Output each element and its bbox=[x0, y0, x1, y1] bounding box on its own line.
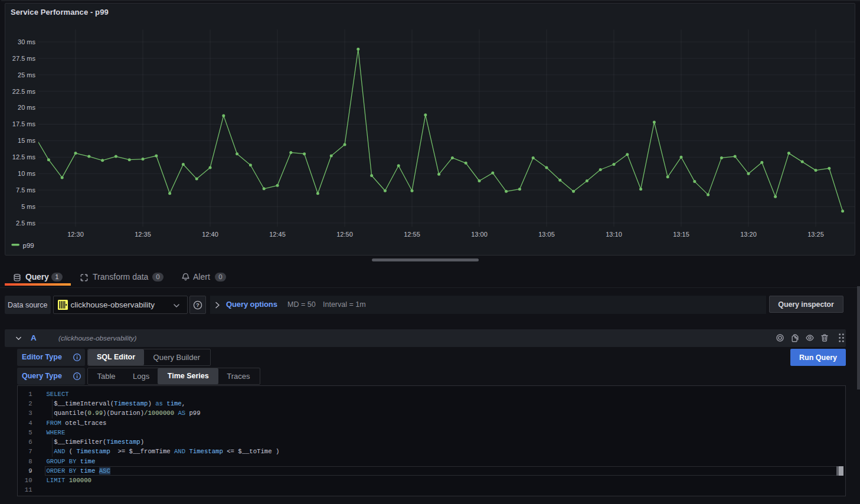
svg-text:20 ms: 20 ms bbox=[18, 104, 35, 111]
svg-text:5 ms: 5 ms bbox=[21, 203, 35, 210]
svg-text:12:40: 12:40 bbox=[202, 231, 218, 238]
svg-text:30 ms: 30 ms bbox=[18, 38, 35, 45]
svg-text:12.5 ms: 12.5 ms bbox=[12, 153, 36, 161]
svg-text:?: ? bbox=[196, 302, 200, 308]
svg-text:12:50: 12:50 bbox=[336, 231, 353, 238]
svg-text:13:20: 13:20 bbox=[740, 231, 757, 238]
svg-text:12:55: 12:55 bbox=[404, 231, 420, 238]
svg-text:25 ms: 25 ms bbox=[18, 71, 35, 78]
svg-text:12:35: 12:35 bbox=[135, 231, 151, 238]
svg-text:17.5 ms: 17.5 ms bbox=[12, 120, 36, 127]
svg-text:13:25: 13:25 bbox=[807, 231, 824, 238]
svg-text:27.5 ms: 27.5 ms bbox=[12, 55, 36, 62]
svg-text:13:15: 13:15 bbox=[673, 231, 689, 238]
svg-text:13:05: 13:05 bbox=[538, 231, 555, 238]
svg-text:15 ms: 15 ms bbox=[18, 137, 35, 144]
svg-text:2.5 ms: 2.5 ms bbox=[16, 220, 36, 227]
svg-text:22.5 ms: 22.5 ms bbox=[12, 88, 36, 95]
svg-text:12:45: 12:45 bbox=[269, 231, 286, 238]
svg-text:12:30: 12:30 bbox=[67, 231, 84, 238]
svg-text:13:00: 13:00 bbox=[471, 231, 488, 238]
svg-text:7.5 ms: 7.5 ms bbox=[16, 186, 36, 194]
svg-text:p99: p99 bbox=[23, 242, 34, 249]
svg-text:13:10: 13:10 bbox=[606, 231, 622, 238]
svg-text:10 ms: 10 ms bbox=[18, 170, 35, 177]
